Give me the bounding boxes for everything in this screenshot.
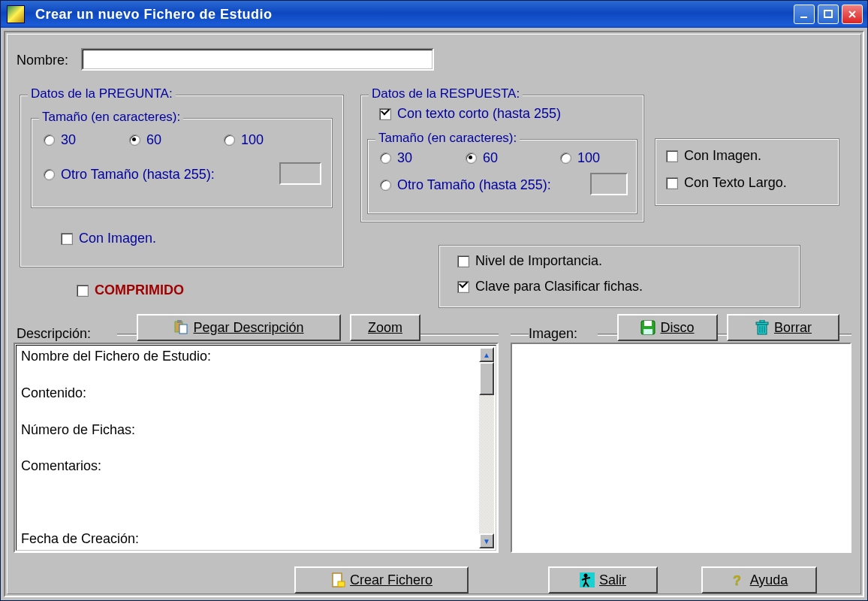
exit-icon (580, 572, 595, 587)
maximize-button[interactable] (818, 5, 839, 24)
respuesta-extra-group: Con Imagen. Con Texto Largo. (655, 138, 839, 206)
desc-line: Número de Fichas: (17, 422, 479, 438)
descripcion-scrollbar[interactable]: ▲ ▼ (479, 347, 494, 548)
svg-rect-10 (760, 320, 764, 322)
trash-icon (755, 320, 770, 335)
pegar-descripcion-button[interactable]: Pegar Descripción (137, 314, 341, 341)
borrar-button[interactable]: Borrar (727, 314, 839, 341)
pregunta-con-imagen-checkbox[interactable]: Con Imagen. (61, 231, 156, 246)
respuesta-texto-corto-checkbox[interactable]: Con texto corto (hasta 255) (379, 106, 561, 122)
svg-rect-0 (800, 17, 807, 18)
paste-icon (173, 320, 188, 335)
title-bar: Crear un nuevo Fichero de Estudio (1, 1, 867, 28)
desc-line: Contenido: (17, 385, 479, 401)
respuesta-size-30[interactable]: 30 (380, 150, 412, 166)
svg-rect-6 (644, 321, 652, 326)
svg-rect-16 (338, 581, 345, 587)
respuesta-size-legend: Tamaño (en caracteres): (375, 131, 520, 146)
salir-button[interactable]: Salir (548, 566, 658, 593)
respuesta-size-group: Tamaño (en caracteres): 30 60 100 Otro T… (367, 139, 637, 214)
respuesta-size-60[interactable]: 60 (466, 150, 498, 166)
close-button[interactable] (842, 5, 863, 24)
disk-icon (640, 320, 656, 335)
pregunta-size-group: Tamaño (en caracteres): 30 60 100 Otro T… (31, 118, 333, 208)
help-icon: ? (731, 572, 746, 587)
respuesta-con-imagen-checkbox[interactable]: Con Imagen. (666, 148, 761, 164)
svg-rect-3 (179, 325, 187, 334)
respuesta-texto-largo-checkbox[interactable]: Con Texto Largo. (666, 175, 787, 191)
nivel-importancia-checkbox[interactable]: Nivel de Importancia. (457, 253, 602, 269)
desc-line: Nombre del Fichero de Estudio: (17, 349, 479, 364)
disco-button[interactable]: Disco (617, 314, 718, 341)
desc-line: Fecha de Creación: (17, 531, 479, 547)
classify-group: Nivel de Importancia. Clave para Clasifi… (439, 245, 800, 308)
pregunta-size-30[interactable]: 30 (44, 132, 76, 148)
scroll-thumb[interactable] (479, 362, 494, 395)
svg-rect-7 (643, 329, 653, 334)
pregunta-size-60[interactable]: 60 (129, 132, 161, 148)
respuesta-size-other-input[interactable] (590, 173, 628, 195)
scroll-down-button[interactable]: ▼ (479, 533, 494, 548)
pregunta-size-legend: Tamaño (en caracteres): (39, 110, 183, 125)
name-label: Nombre: (17, 53, 68, 68)
pregunta-group: Datos de la PREGUNTA: Tamaño (en caracte… (20, 95, 344, 267)
window-title: Crear un nuevo Fichero de Estudio (35, 7, 794, 23)
svg-text:?: ? (733, 573, 741, 587)
svg-rect-1 (824, 11, 832, 17)
name-input[interactable] (81, 48, 434, 71)
respuesta-size-100[interactable]: 100 (560, 150, 600, 166)
respuesta-legend: Datos de la RESPUESTA: (369, 86, 523, 101)
desc-line: Comentarios: (17, 458, 479, 474)
comprimido-checkbox[interactable]: COMPRIMIDO (77, 282, 184, 298)
svg-rect-4 (177, 320, 182, 323)
document-icon (330, 572, 345, 587)
descripcion-label: Descripción: (17, 326, 91, 342)
descripcion-textarea[interactable]: Nombre del Fichero de Estudio: Contenido… (14, 343, 499, 553)
comprimido-label: COMPRIMIDO (95, 282, 184, 298)
clave-clasificar-checkbox[interactable]: Clave para Clasificar fichas. (457, 279, 643, 294)
imagen-label: Imagen: (529, 326, 577, 342)
respuesta-group: Datos de la RESPUESTA: Con texto corto (… (360, 95, 644, 222)
pregunta-size-other[interactable]: Otro Tamaño (hasta 255): (44, 167, 215, 183)
ayuda-button[interactable]: ? Ayuda (701, 566, 817, 593)
minimize-button[interactable] (794, 5, 815, 24)
imagen-panel (511, 343, 851, 553)
svg-point-18 (583, 574, 587, 578)
respuesta-size-other[interactable]: Otro Tamaño (hasta 255): (380, 177, 551, 193)
pregunta-size-other-input[interactable] (279, 162, 321, 185)
zoom-button[interactable]: Zoom (350, 314, 420, 341)
crear-fichero-button[interactable]: Crear Fichero (294, 566, 469, 593)
pregunta-legend: Datos de la PREGUNTA: (28, 86, 176, 101)
pregunta-size-100[interactable]: 100 (224, 132, 264, 148)
app-icon (7, 5, 25, 23)
scroll-up-button[interactable]: ▲ (479, 347, 494, 362)
window-frame: Crear un nuevo Fichero de Estudio Nombre… (0, 0, 868, 601)
